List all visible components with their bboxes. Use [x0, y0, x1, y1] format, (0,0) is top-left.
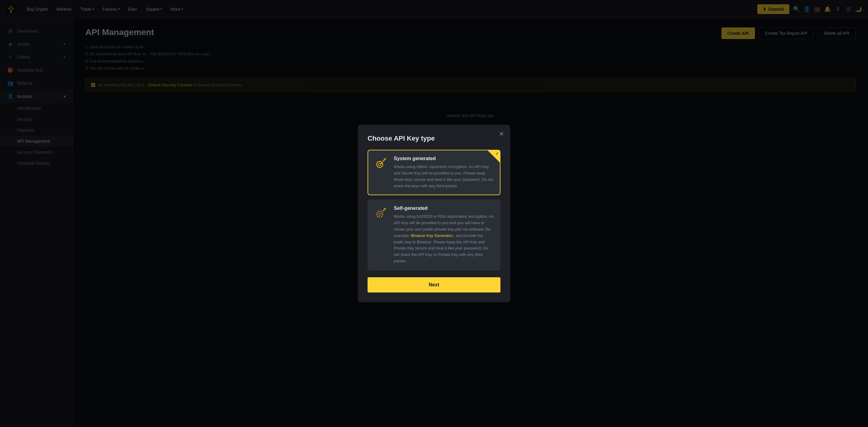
- system-generated-title: System generated: [394, 156, 494, 161]
- binance-key-generator-link[interactable]: Binance Key Generator: [411, 233, 452, 238]
- system-key-icon: [374, 156, 389, 170]
- check-mark-icon: ✓: [496, 151, 499, 156]
- self-generated-title: Self-generated: [394, 205, 494, 211]
- svg-point-7: [377, 211, 383, 217]
- modal-close-button[interactable]: ✕: [499, 131, 504, 137]
- modal-title: Choose API Key type: [368, 135, 500, 142]
- svg-point-1: [377, 161, 383, 167]
- self-generated-content: Self-generated Works using Ed25519 or RS…: [394, 205, 494, 264]
- system-generated-card[interactable]: ✓ System generated Works using HMAC symm…: [368, 150, 500, 195]
- system-generated-content: System generated Works using HMAC symmet…: [394, 156, 494, 189]
- self-generated-card[interactable]: Self-generated Works using Ed25519 or RS…: [368, 199, 500, 270]
- system-generated-desc: Works using HMAC symmetric encryption. A…: [394, 164, 494, 189]
- self-key-icon: [374, 205, 389, 220]
- svg-point-2: [378, 163, 381, 166]
- svg-point-6: [381, 163, 382, 164]
- self-generated-desc: Works using Ed25519 or RSA asymmetric en…: [394, 214, 494, 264]
- next-button[interactable]: Next: [368, 277, 500, 292]
- api-key-type-modal: Choose API Key type ✕ ✓ System generated…: [358, 125, 510, 302]
- modal-overlay: Choose API Key type ✕ ✓ System generated…: [0, 0, 868, 427]
- svg-point-8: [378, 213, 381, 215]
